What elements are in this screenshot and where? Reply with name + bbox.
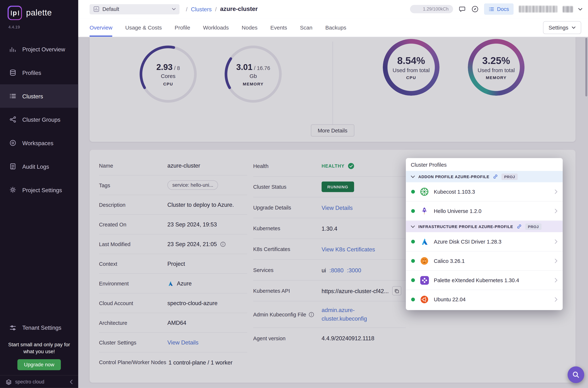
settings-button[interactable]: Settings [543,21,581,34]
link-icon[interactable] [517,224,522,229]
infrastructure-profile-section-header[interactable]: INFRASTRUCTURE PROFILE AZURE-PROFILE PRO… [406,221,563,232]
sidebar-item-label: Audit Logs [22,163,49,170]
chevron-down-icon [572,26,576,29]
service-name: ui [322,267,326,273]
tab-workloads[interactable]: Workloads [203,18,229,37]
sidebar-item-label: Cluster Groups [22,116,60,122]
sidebar-item-clusters[interactable]: Clusters [0,84,78,108]
chevron-right-icon [555,297,557,302]
cpu-usage-donut: 8.54% Used from total CPU [383,39,439,96]
sidebar-item-workspaces[interactable]: Workspaces [0,131,78,155]
sidebar-menu: Project Overview Profiles Clusters Clust… [0,38,78,202]
status-dot-green [411,259,415,263]
tab-nodes[interactable]: Nodes [242,18,257,37]
user-name-redacted[interactable] [519,6,557,12]
addon-profile-section-header[interactable]: ADDON PROFILE AZURE-PROFILE PROJ [406,171,563,182]
memory-gauge-label: MEMORY [243,81,264,86]
tab-overview[interactable]: Overview [90,18,112,37]
cpu-gauge-value: 2.93 [156,62,173,72]
link-icon[interactable] [493,174,498,179]
compass-icon[interactable] [471,5,479,13]
bar-chart-icon [9,45,17,53]
view-details-link[interactable]: View Details [167,339,199,345]
copy-icon[interactable] [392,286,401,295]
profile-item-palette-extended-k8s[interactable]: Palette eXtended Kubernetes 1.30.4 [406,271,563,290]
rocket-icon [419,206,429,216]
app-root: p palette 4.4.19 Project Overview Profil… [0,0,588,388]
calico-icon [419,256,429,266]
sliders-icon [9,324,17,332]
cluster-profiles-popup: Cluster Profiles ADDON PROFILE AZURE-PRO… [406,158,563,310]
detail-row-agent-version: Agent version 4.4.9/20240912.1118 [253,328,406,349]
detail-row-description: Description Cluster to deploy to Azure. [99,195,247,215]
user-menu-chevron-icon[interactable] [578,8,582,11]
tab-usage-costs[interactable]: Usage & Costs [125,18,162,37]
status-dot-green [411,278,415,282]
memory-gauge-value: 3.01 [236,62,252,72]
search-fab-button[interactable] [568,366,584,383]
sidebar-item-label: Project Overview [22,46,65,52]
upgrade-now-button[interactable]: Upgrade now [18,359,61,370]
chevron-right-icon [555,278,557,283]
info-icon[interactable] [220,241,226,247]
detail-row-tags: Tags service: hello-uni... [99,175,247,195]
tab-scan[interactable]: Scan [300,18,313,37]
check-circle-icon [348,163,354,169]
cpu-usage-label: CPU [406,75,416,80]
gear-icon [9,186,17,194]
tab-backups[interactable]: Backups [325,18,346,37]
service-port-3000-link[interactable]: :3000 [347,267,361,273]
profile-item-azure-disk-csi[interactable]: Azure Disk CSI Driver 1.28.3 [406,232,563,252]
profile-item-calico[interactable]: Calico 3.26.1 [406,251,563,271]
sidebar-item-project-settings[interactable]: Project Settings [0,178,78,202]
sidebar-item-profiles[interactable]: Profiles [0,61,78,84]
memory-usage-percent: 3.25% [482,55,510,67]
profile-item-kubecost[interactable]: Kubecost 1.103.3 [406,182,563,202]
sidebar-item-cluster-groups[interactable]: Cluster Groups [0,108,78,131]
docs-label: Docs [497,6,509,12]
breadcrumb-clusters-link[interactable]: Clusters [191,6,212,12]
detail-row-kubernetes-api: Kubernetes API https://azure-cluster-cf4… [253,281,406,301]
details-left-column: Name azure-cluster Tags service: hello-u… [99,156,247,372]
collapse-sidebar-icon[interactable] [70,379,73,384]
view-k8s-certificates-link[interactable]: View K8s Certificates [322,246,375,252]
profile-item-hello-universe[interactable]: Hello Universe 1.2.0 [406,201,563,221]
project-selector[interactable]: Default [90,4,180,14]
azure-icon [167,280,174,286]
cpu-usage-caption: Used from total [392,67,430,73]
sidebar-bottom: Tenant Settings Start small and only pay… [0,318,78,388]
sidebar-item-tenant-settings[interactable]: Tenant Settings [0,318,78,338]
more-details-button[interactable]: More Details [311,124,354,136]
metrics-card: 2.93/ 8 Cores CPU 3.01/ 16.76 Gb MEMORY [90,37,576,142]
kubecost-icon [419,187,429,196]
service-port-8080-link[interactable]: :8080 [329,267,343,273]
chevron-right-icon [555,259,557,263]
memory-usage-donut: 3.25% Used from total MEMORY [468,39,524,96]
sidebar-item-project-overview[interactable]: Project Overview [0,38,78,61]
detail-row-context: Context Project [99,254,247,274]
detail-row-architecture: Architecture AMD64 [99,313,247,333]
sidebar-item-label: Tenant Settings [22,324,61,331]
upgrade-view-details-link[interactable]: View Details [322,204,353,211]
footer-brand-name: spectro cloud [15,379,45,385]
sidebar-footer: spectro cloud [0,375,78,388]
palette-flower-icon [419,275,429,285]
docs-button[interactable]: Docs [484,3,514,15]
detail-row-name: Name azure-cluster [99,156,247,175]
locale-flag-redacted [563,6,573,12]
search-icon [572,371,580,379]
running-badge: RUNNING [322,181,354,192]
kubeconfig-download-link[interactable]: admin.azure-cluster.kubeconfig [322,306,368,323]
info-icon[interactable] [309,312,314,317]
chat-icon[interactable] [458,5,466,13]
vertical-scrollbar-thumb[interactable] [585,38,587,97]
sidebar-item-audit-logs[interactable]: Audit Logs [0,155,78,178]
detail-row-health: Health HEALTHY [253,156,406,176]
tab-events[interactable]: Events [270,18,287,37]
profile-item-ubuntu[interactable]: Ubuntu 22.04 [406,290,563,309]
app-version: 4.4.19 [0,20,78,29]
cpu-gauge: 2.93/ 8 Cores CPU [139,45,198,104]
chevron-right-icon [555,239,557,244]
layers-icon [9,69,17,76]
tab-profile[interactable]: Profile [175,18,190,37]
